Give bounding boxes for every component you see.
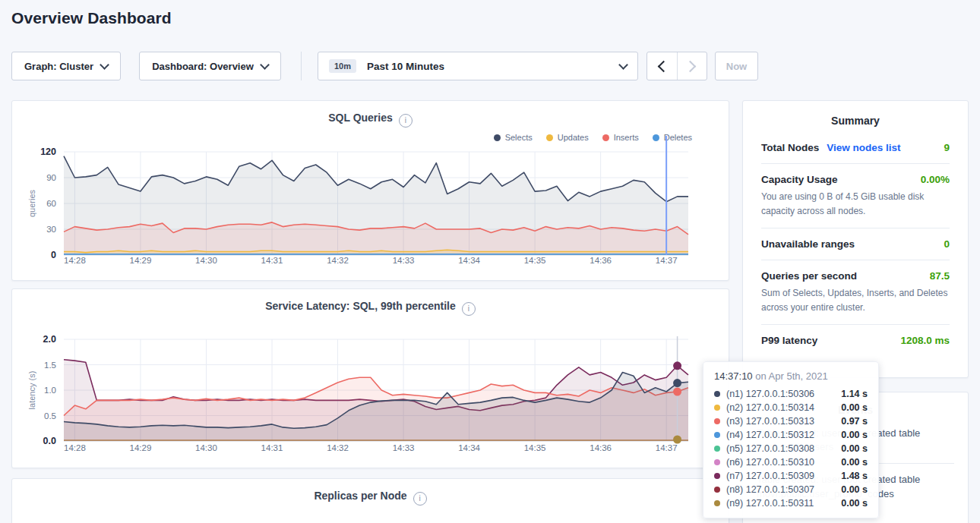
capacity-usage-row: Capacity Usage 0.00% [761,174,950,185]
svg-text:14:33: 14:33 [393,443,415,452]
summary-panel: Summary Total Nodes View nodes list 9 Ca… [742,100,969,378]
replicas-per-node-title: Replicas per Nodei [12,490,729,506]
svg-text:120: 120 [40,147,56,157]
svg-text:14:28: 14:28 [64,443,86,452]
chevron-left-icon [657,60,669,72]
svg-text:2.0: 2.0 [43,334,56,345]
graph-scope-label: Graph: Cluster [24,61,93,72]
node-color-dot-icon [714,418,720,424]
tooltip-timestamp: 14:37:10 on Apr 5th, 2021 [714,370,868,382]
tooltip-node-value: 0.00 s [841,457,868,468]
svg-text:14:36: 14:36 [590,443,612,452]
tooltip-row: (n7) 127.0.0.1:503091.48 s [714,469,868,483]
svg-text:queries: queries [27,189,36,217]
tooltip-row: (n5) 127.0.0.1:503080.00 s [714,442,868,455]
tooltip-node-address: (n3) 127.0.0.1:50313 [726,416,841,427]
controls-divider [301,52,302,80]
svg-text:14:34: 14:34 [458,443,480,452]
view-nodes-list-link[interactable]: View nodes list [827,142,944,153]
p99-latency-label: P99 latency [761,335,900,346]
node-color-dot-icon [714,446,720,452]
range-step-buttons [646,52,707,80]
sql-queries-chart[interactable]: 14:2814:2914:3014:3114:3214:3314:3414:35… [12,101,730,282]
unavailable-ranges-row: Unavailable ranges 0 [761,238,950,250]
queries-per-second-row: Queries per second 87.5 [761,270,950,282]
node-color-dot-icon [714,391,720,397]
svg-text:14:30: 14:30 [195,443,217,452]
info-icon[interactable]: i [413,492,427,506]
svg-text:14:35: 14:35 [524,256,546,265]
svg-text:14:29: 14:29 [130,443,152,452]
svg-text:90: 90 [46,173,56,182]
time-range-dropdown[interactable]: 10m Past 10 Minutes [318,52,638,80]
overview-dashboard-page: Overview Dashboard Graph: Cluster Dashbo… [0,0,980,523]
svg-text:14:33: 14:33 [393,256,415,265]
tooltip-node-address: (n9) 127.0.0.1:50311 [726,498,841,509]
tooltip-rows: (n1) 127.0.0.1:503061.14 s(n2) 127.0.0.1… [714,387,868,510]
tooltip-node-address: (n2) 127.0.0.1:50314 [726,402,841,413]
divider [761,324,950,325]
node-color-dot-icon [714,487,720,493]
divider [761,228,950,228]
capacity-usage-label: Capacity Usage [761,174,921,185]
chevron-right-icon [684,60,697,72]
svg-text:60: 60 [46,199,56,208]
node-color-dot-icon [714,500,720,506]
total-nodes-label: Total Nodes [761,142,819,153]
next-range-button[interactable] [677,52,707,80]
prev-range-button[interactable] [647,52,677,80]
tooltip-node-value: 1.14 s [841,389,868,399]
service-latency-chart[interactable]: 14:2814:2914:3014:3114:3214:3314:3414:35… [12,289,730,469]
svg-text:latency (s): latency (s) [27,371,36,410]
tooltip-row: (n1) 127.0.0.1:503061.14 s [714,387,868,401]
svg-text:14:32: 14:32 [327,256,349,265]
tooltip-node-address: (n8) 127.0.0.1:50307 [726,484,841,495]
service-latency-panel: Service Latency: SQL, 99th percentilei 1… [11,288,729,468]
divider [761,163,950,164]
svg-text:14:35: 14:35 [524,443,546,452]
svg-text:14:32: 14:32 [327,443,349,452]
now-button[interactable]: Now [715,52,758,80]
tooltip-node-address: (n5) 127.0.0.1:50308 [726,443,841,454]
total-nodes-row: Total Nodes View nodes list 9 [761,142,950,153]
svg-text:14:37: 14:37 [656,256,678,265]
svg-text:1.0: 1.0 [44,386,56,395]
node-color-dot-icon [714,432,720,438]
p99-latency-row: P99 latency 1208.0 ms [761,335,950,346]
svg-text:14:31: 14:31 [261,256,283,265]
tooltip-node-address: (n6) 127.0.0.1:50310 [726,457,841,468]
svg-text:1.5: 1.5 [44,361,56,370]
tooltip-node-value: 1.48 s [841,471,868,481]
tooltip-node-value: 0.00 s [841,430,868,440]
tooltip-row: (n9) 127.0.0.1:503110.00 s [714,496,868,510]
svg-text:14:30: 14:30 [195,256,217,265]
tooltip-row: (n6) 127.0.0.1:503100.00 s [714,455,868,469]
chart-hover-tooltip: 14:37:10 on Apr 5th, 2021 (n1) 127.0.0.1… [703,361,879,518]
capacity-usage-description: You are using 0 B of 4.5 GiB usable disk… [761,190,950,218]
tooltip-node-value: 0.97 s [841,416,868,427]
total-nodes-value: 9 [944,142,950,153]
queries-per-second-value: 87.5 [930,270,950,282]
svg-text:14:37: 14:37 [656,443,678,452]
tooltip-row: (n8) 127.0.0.1:503070.00 s [714,483,868,496]
divider [761,260,950,260]
queries-per-second-description: Sum of Selects, Updates, Inserts, and De… [761,286,950,314]
tooltip-row: (n2) 127.0.0.1:503140.00 s [714,401,868,414]
graph-scope-dropdown[interactable]: Graph: Cluster [11,52,121,80]
capacity-usage-value: 0.00% [921,174,950,185]
sql-queries-panel: SQL Queriesi SelectsUpdatesInsertsDelete… [11,100,729,281]
replicas-per-node-panel: Replicas per Nodei [11,478,729,523]
range-label: Past 10 Minutes [367,61,612,72]
tooltip-node-value: 0.00 s [841,402,868,413]
chevron-down-icon [260,60,270,70]
tooltip-node-value: 0.00 s [841,443,868,454]
dashboard-controls: Graph: Cluster Dashboard: Overview 10m P… [0,52,980,80]
svg-text:0: 0 [51,250,56,260]
svg-text:0.0: 0.0 [43,436,56,446]
unavailable-ranges-label: Unavailable ranges [761,238,944,250]
chevron-down-icon [100,60,109,70]
dashboard-dropdown[interactable]: Dashboard: Overview [139,52,281,80]
p99-latency-value: 1208.0 ms [900,335,950,346]
svg-text:30: 30 [46,225,56,234]
dashboard-label: Dashboard: Overview [152,61,254,72]
